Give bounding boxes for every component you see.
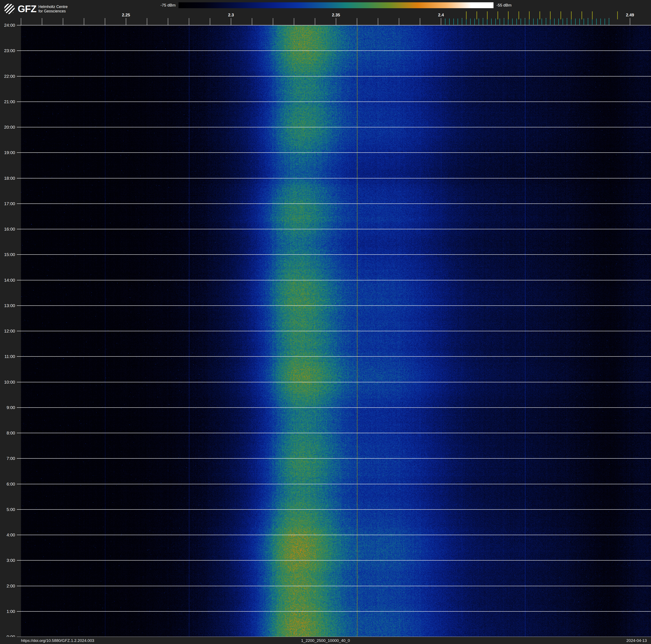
hour-gridline	[17, 382, 651, 382]
wifi-channel-tick	[617, 11, 618, 19]
ble-channel-tick	[600, 19, 601, 25]
time-tick-label: 18:00	[0, 176, 15, 181]
ble-channel-tick	[462, 19, 462, 25]
ble-channel-tick	[546, 19, 546, 25]
time-tick-label: 14:00	[0, 277, 15, 283]
colorbar-max-label: -55 dBm	[496, 3, 512, 7]
time-tick-label: 8:00	[0, 431, 15, 436]
hour-gridline	[17, 51, 651, 51]
time-tick-label: 21:00	[0, 99, 15, 104]
time-tick-label: 6:00	[0, 481, 15, 487]
frequency-minor-tick	[231, 18, 231, 25]
frequency-minor-tick	[168, 18, 168, 25]
logo-name-line2: for Geosciences	[38, 9, 68, 13]
gfz-striped-globe-icon	[4, 4, 15, 14]
ble-channel-tick	[579, 19, 580, 25]
spectrogram-page: { "header": { "logo": { "icon": "gfz-str…	[0, 0, 651, 644]
ble-channel-tick	[584, 19, 584, 25]
frequency-tick-label: 2.35	[327, 12, 345, 18]
time-tick-label: 10:00	[0, 380, 15, 385]
frequency-minor-tick	[294, 18, 294, 25]
frequency-minor-tick	[336, 18, 336, 25]
frequency-minor-tick	[21, 18, 21, 25]
time-tick-label: 3:00	[0, 558, 15, 563]
time-tick-label: 4:00	[0, 532, 15, 537]
ble-channel-tick	[495, 19, 496, 25]
hour-gridline	[17, 509, 651, 510]
wifi-channel-tick	[476, 11, 477, 19]
hour-gridline	[17, 152, 651, 153]
time-tick-label: 9:00	[0, 405, 15, 410]
ble-channel-tick	[558, 19, 559, 25]
ble-channel-tick	[454, 19, 454, 25]
frequency-tick-label: 2.25	[117, 12, 135, 18]
logo-acronym: GFZ	[18, 4, 36, 14]
time-tick-label: 20:00	[0, 125, 15, 130]
frequency-minor-tick	[210, 18, 210, 25]
frequency-minor-tick	[252, 18, 252, 25]
ble-channel-tick	[458, 19, 458, 25]
ble-channel-tick	[512, 19, 513, 25]
frequency-minor-tick	[63, 18, 63, 25]
hour-gridline	[17, 611, 651, 612]
frequency-minor-tick	[399, 18, 399, 25]
footer-bar: https://doi.org/10.5880/GFZ.1.2.2024.003…	[0, 637, 651, 644]
frequency-minor-tick	[441, 18, 441, 25]
ble-channel-tick	[588, 19, 588, 25]
hour-gridline	[17, 101, 651, 102]
frequency-minor-tick	[42, 18, 42, 25]
frequency-minor-tick	[189, 18, 189, 25]
ble-channel-tick	[500, 19, 500, 25]
ble-channel-tick	[487, 19, 488, 25]
logo-name-line1: Helmholtz Centre	[38, 5, 68, 9]
ble-channel-tick	[575, 19, 576, 25]
hour-gridline	[17, 229, 651, 229]
ble-channel-tick	[567, 19, 567, 25]
ble-channel-tick	[596, 19, 597, 25]
ble-channel-tick	[571, 19, 571, 25]
time-tick-label: 24:00	[0, 23, 15, 28]
ble-channel-tick	[521, 19, 521, 25]
frequency-minor-tick	[126, 18, 126, 25]
ble-channel-tick	[474, 19, 475, 25]
wifi-channel-tick	[487, 11, 488, 19]
wifi-channel-tick	[571, 11, 571, 19]
ble-channel-tick	[592, 19, 592, 25]
frequency-minor-tick	[147, 18, 147, 25]
time-tick-label: 15:00	[0, 252, 15, 257]
wifi-channel-tick	[592, 11, 593, 19]
ble-channel-tick	[554, 19, 555, 25]
frequency-minor-tick	[378, 18, 378, 25]
time-tick-label: 23:00	[0, 48, 15, 53]
frequency-minor-tick	[315, 18, 315, 25]
wifi-channel-tick	[539, 11, 540, 19]
hour-gridline	[17, 331, 651, 331]
ble-channel-tick	[466, 19, 466, 25]
time-tick-label: 7:00	[0, 456, 15, 461]
time-tick-label: 1:00	[0, 609, 15, 614]
hour-gridline	[17, 127, 651, 127]
gfz-logo: GFZ Helmholtz Centre for Geosciences	[4, 3, 68, 14]
frequency-tick-label: 2.49	[621, 12, 640, 18]
ble-channel-tick	[449, 19, 450, 25]
wifi-channel-tick	[582, 11, 582, 19]
ble-channel-tick	[445, 19, 445, 25]
frequency-minor-tick	[630, 18, 630, 25]
header-bar: GFZ Helmholtz Centre for Geosciences -75…	[0, 0, 651, 25]
frequency-minor-tick	[357, 18, 357, 25]
time-tick-label: 12:00	[0, 328, 15, 333]
frequency-minor-tick	[105, 18, 105, 25]
ble-channel-tick	[541, 19, 542, 25]
measurement-title: 1_2200_2500_10000_40_0	[0, 637, 651, 644]
ble-channel-tick	[525, 19, 525, 25]
hour-gridline	[17, 203, 651, 204]
ble-channel-tick	[609, 19, 609, 25]
ble-channel-tick	[550, 19, 550, 25]
colorbar-min-label: -75 dBm	[153, 3, 176, 7]
wifi-channel-tick	[508, 11, 508, 19]
time-tick-label: 22:00	[0, 74, 15, 79]
hour-gridline	[17, 280, 651, 281]
hour-gridline	[17, 484, 651, 484]
ble-channel-tick	[563, 19, 563, 25]
time-tick-label: 17:00	[0, 201, 15, 206]
